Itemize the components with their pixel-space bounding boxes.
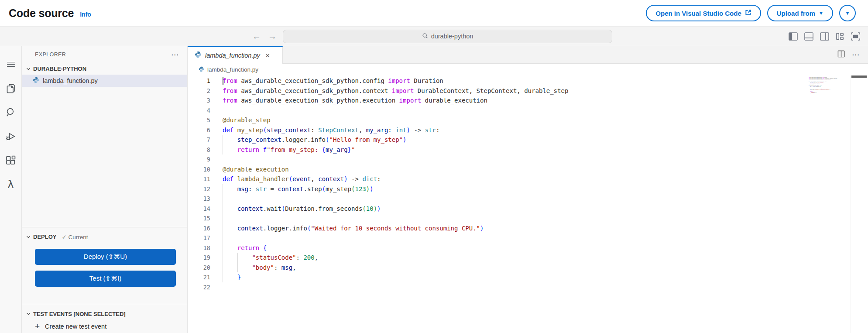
search-icon[interactable] [0,100,21,124]
line-number: 9 [188,154,210,165]
line-number: 20 [188,263,210,273]
test-button[interactable]: Test (⇧⌘I) [35,271,176,287]
activity-bar: λ [0,46,22,333]
editor-more-actions-icon[interactable]: ⋯ [852,50,860,59]
tab-lambda-function[interactable]: lambda_function.py ✕ [188,46,283,64]
code-line-5: 5@durable_step [188,115,868,125]
toggle-panel-icon[interactable] [804,32,813,41]
extensions-icon[interactable] [0,148,21,172]
create-new-test-event-button[interactable]: + Create new test event [22,320,187,333]
toggle-primary-sidebar-icon[interactable] [789,32,798,41]
chevron-down-icon [25,66,31,72]
deploy-section-header[interactable]: DEPLOY ✓ Current [22,231,187,243]
code-line-21: 21} [188,272,868,282]
more-actions-dropdown-button[interactable]: ▼ [839,5,856,21]
minimap[interactable]: from aws_durable_execution_sdk_python.co… [808,77,849,104]
line-number: 10 [188,165,210,175]
code-line-13: 13 [188,194,868,204]
navigate-forward-button[interactable]: → [268,32,277,41]
code-line-22: 22 [188,282,868,292]
line-number: 6 [188,125,210,135]
toggle-secondary-sidebar-icon[interactable] [820,32,829,41]
split-editor-icon[interactable] [837,50,845,59]
navigate-back-button[interactable]: ← [252,32,261,41]
code-line-10: 10@durable_execution [188,165,868,175]
customize-layout-icon[interactable] [836,32,844,41]
line-number: 2 [188,86,210,96]
search-icon [422,33,428,40]
menu-icon[interactable] [0,52,21,76]
deploy-label: DEPLOY [33,233,56,240]
aws-lambda-icon[interactable]: λ [0,172,21,196]
explorer-icon[interactable] [0,76,21,100]
code-line-18: 18return { [188,243,868,253]
folder-label: DURABLE-PYTHON [33,65,86,72]
editor-group: lambda_function.py ✕ ⋯ [188,46,868,333]
code-line-20: 20"body": msg, [188,263,868,273]
scrollbar[interactable] [851,76,868,333]
open-in-vscode-button[interactable]: Open in Visual Studio Code [646,5,761,21]
python-file-icon [199,66,204,74]
code-editor-workbench: ← → durable-python [0,26,868,333]
folder-item-durable-python[interactable]: DURABLE-PYTHON [22,63,187,75]
command-center-search[interactable]: durable-python [283,30,612,43]
close-tab-icon[interactable]: ✕ [265,52,270,59]
code-lines: 1from aws_durable_execution_sdk_python.c… [188,76,868,292]
test-events-panel: TEST EVENTS [NONE SELECTED] + Create new… [22,304,187,333]
upload-from-button[interactable]: Upload from ▼ [767,5,833,21]
line-number: 17 [188,233,210,243]
editor-titlebar: ← → durable-python [0,27,868,46]
line-number: 22 [188,282,210,292]
open-in-vscode-label: Open in Visual Studio Code [655,10,741,17]
code-line-22 [808,94,849,95]
page-title: Code source [9,7,74,20]
code-line-4: 4 [188,106,868,116]
line-number: 12 [188,184,210,194]
line-number: 3 [188,96,210,106]
breadcrumb-file-name[interactable]: lambda_function.py [207,66,258,73]
tab-label: lambda_function.py [205,52,260,59]
file-item-lambda-function[interactable]: lambda_function.py [22,75,187,87]
explorer-more-actions-icon[interactable]: ⋯ [171,50,179,59]
code-editor[interactable]: 1from aws_durable_execution_sdk_python.c… [188,76,868,333]
code-line-7: 7step_context.logger.info("Hello from my… [188,135,868,145]
header-actions: Open in Visual Studio Code Upload from ▼… [646,5,856,21]
line-number: 1 [188,76,210,86]
line-number: 8 [188,145,210,155]
run-debug-icon[interactable] [0,124,21,148]
explorer-panel: EXPLORER ⋯ DURABLE-PYTHON [22,46,187,227]
line-number: 4 [188,106,210,116]
python-file-icon [195,51,202,60]
line-number: 14 [188,204,210,214]
chevron-down-icon [25,311,31,317]
line-number: 11 [188,174,210,184]
code-line-19: 19"statusCode": 200, [188,253,868,263]
info-link[interactable]: Info [80,11,91,18]
code-line-3: 3from aws_durable_execution_sdk_python.e… [188,96,868,106]
code-line-14: 14context.wait(Duration.from_seconds(10)… [188,204,868,214]
explorer-panel-title: EXPLORER [35,51,66,58]
test-events-label: TEST EVENTS [NONE SELECTED] [33,311,126,317]
line-number: 16 [188,223,210,233]
caret-down-icon: ▼ [819,10,823,16]
deploy-status: ✓ Current [62,233,88,240]
line-number: 21 [188,272,210,282]
code-line-6: 6def my_step(step_context: StepContext, … [188,125,868,135]
search-value: durable-python [431,33,473,40]
breadcrumb: lambda_function.py [188,64,868,76]
line-number: 19 [188,253,210,263]
line-number: 18 [188,243,210,253]
code-line-11: 11def lambda_handler(event, context) -> … [188,174,868,184]
test-events-section-header[interactable]: TEST EVENTS [NONE SELECTED] [22,308,187,320]
fullscreen-icon[interactable] [851,32,860,41]
plus-icon: + [35,322,40,331]
code-line-2: 2from aws_durable_execution_sdk_python.c… [188,86,868,96]
code-line-16: 16context.logger.info("Waited for 10 sec… [188,223,868,233]
check-icon: ✓ [62,234,66,240]
deploy-button[interactable]: Deploy (⇧⌘U) [35,249,176,265]
file-label: lambda_function.py [43,77,98,84]
code-line-17: 17 [188,233,868,243]
deploy-status-text: Current [69,234,88,240]
code-line-15: 15 [188,213,868,223]
line-number: 13 [188,194,210,204]
